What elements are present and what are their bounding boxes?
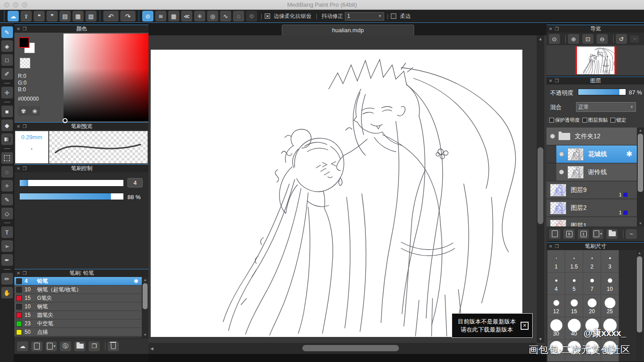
layer-folder-icon[interactable] xyxy=(606,229,618,239)
scroll-down-icon[interactable]: ▼ xyxy=(637,221,644,226)
storyboard-icon[interactable]: ▦ xyxy=(72,11,84,21)
brush-size-cell[interactable]: 20 xyxy=(583,295,601,317)
scrollbar-thumb[interactable] xyxy=(538,147,543,224)
navigator-panel-handle[interactable]: ~ xyxy=(630,35,639,43)
layer-visible-icon[interactable] xyxy=(559,170,564,175)
snap-ellipse-icon[interactable]: ◌ xyxy=(233,11,244,21)
canvas-hscrollbar[interactable]: ◀ ▶ xyxy=(148,343,536,354)
foreground-color-swatch[interactable] xyxy=(19,37,30,48)
layer-visible-icon[interactable] xyxy=(550,134,555,139)
checkbox-box[interactable] xyxy=(549,118,554,123)
antialias-checkbox[interactable]: ✕ 边缘柔化抗锯齿 xyxy=(265,13,313,20)
brush-size-cell[interactable]: 30 xyxy=(547,317,565,340)
brush-list-item[interactable]: 10钢笔 xyxy=(14,302,148,311)
zoom-in-icon[interactable]: ⊕ xyxy=(568,34,579,44)
brush-download-icon[interactable]: ☁ xyxy=(17,341,28,351)
brush-duplicate-icon[interactable]: ❐ xyxy=(89,341,100,351)
close-icon[interactable]: ✕ xyxy=(549,244,552,249)
operation-tool[interactable]: ➢ xyxy=(1,240,13,252)
layer-row[interactable]: 图层1 xyxy=(547,217,637,226)
layer-option-checkbox[interactable]: 锁定 xyxy=(610,117,626,124)
brush-list-item[interactable]: 23中空笔 xyxy=(14,319,148,328)
scroll-up-icon[interactable]: ▲ xyxy=(537,37,544,41)
layer-row[interactable]: 图层21 xyxy=(547,199,637,217)
comment-icon[interactable]: ❞ xyxy=(47,11,58,21)
brush-delete-icon[interactable] xyxy=(108,341,119,351)
brush-size-cell[interactable]: 12 xyxy=(547,295,565,317)
layer-row[interactable]: 花城线✱ xyxy=(547,145,637,163)
snap-vanishing-icon[interactable]: ≪ xyxy=(181,11,192,21)
brush-size-cell[interactable]: 10 xyxy=(601,273,619,295)
brush-size-cell[interactable]: 2 xyxy=(583,250,601,273)
undo-icon[interactable]: ↶ xyxy=(103,11,119,21)
brush-opacity-slider[interactable] xyxy=(19,193,124,200)
brush-tool[interactable]: ✎ xyxy=(1,26,13,38)
notification-close-icon[interactable]: ✕ xyxy=(521,322,529,330)
close-icon[interactable]: ✕ xyxy=(17,124,20,129)
brush-size-cell[interactable]: 40 xyxy=(565,317,583,340)
antialias-checkbox-box[interactable]: ✕ xyxy=(265,13,270,19)
scroll-up-icon[interactable]: ▲ xyxy=(636,251,643,255)
brush-new-icon[interactable] xyxy=(31,341,42,351)
brush-script-icon[interactable]: Ⓢ xyxy=(60,341,71,351)
layer-new-8bit-icon[interactable]: 8 xyxy=(564,229,575,239)
popout-icon[interactable]: ❐ xyxy=(22,166,26,171)
scroll-up-icon[interactable]: ▲ xyxy=(637,128,644,132)
scroll-down-icon[interactable]: ▼ xyxy=(142,333,148,337)
soft-edge-checkbox[interactable]: 柔边 xyxy=(391,13,412,20)
gear-icon[interactable]: ✱ xyxy=(626,149,632,159)
fill-rect-tool[interactable]: ■ xyxy=(1,106,13,117)
brush-size-cell[interactable]: 25 xyxy=(601,295,619,317)
scrollbar-thumb[interactable] xyxy=(143,283,148,309)
close-icon[interactable]: ✕ xyxy=(17,271,20,276)
cloud-sync-icon[interactable]: ☁ xyxy=(8,11,19,21)
scroll-up-icon[interactable]: ▲ xyxy=(142,278,148,282)
brush-list-item[interactable]: 15圆笔尖 xyxy=(14,311,148,319)
popout-icon[interactable]: ❐ xyxy=(22,26,26,31)
layer-row[interactable]: 文件夹12 xyxy=(547,128,637,145)
checkbox-box[interactable] xyxy=(582,118,587,123)
hand-tool[interactable]: ✋ xyxy=(1,287,13,298)
publish-icon[interactable]: ⇪ xyxy=(21,11,32,21)
fit-screen-icon[interactable]: ⊡ xyxy=(582,34,593,44)
brush-list-item[interactable]: 4铅笔✱ xyxy=(14,277,148,285)
chat-icon[interactable]: ❝ xyxy=(34,11,45,21)
layer-visible-icon[interactable] xyxy=(559,152,564,157)
bucket-tool[interactable]: ◆ xyxy=(1,119,13,131)
close-icon[interactable]: ✕ xyxy=(17,166,20,171)
gradient-tool[interactable] xyxy=(1,133,13,145)
material-edit-icon[interactable]: ▧ xyxy=(85,11,97,21)
zoom-100-icon[interactable]: ⊙ xyxy=(549,34,560,44)
brush-new-menu-icon[interactable]: ▾ xyxy=(46,341,57,351)
brush-size-slider[interactable] xyxy=(19,179,124,187)
close-icon[interactable]: ✕ xyxy=(549,78,552,83)
snap-curve-icon[interactable]: ∿ xyxy=(220,11,231,21)
scrollbar-thumb[interactable] xyxy=(638,134,643,192)
document-tab[interactable]: hualian.mdp xyxy=(282,25,414,35)
select-eraser-tool[interactable]: ◇ xyxy=(1,208,13,219)
snap-grid-icon[interactable]: ▦ xyxy=(168,11,179,21)
brush-size-cell[interactable]: 5 xyxy=(565,273,583,295)
scroll-left-icon[interactable]: ◀ xyxy=(150,346,153,351)
zoom-out-icon[interactable]: ⊖ xyxy=(597,34,608,44)
stabilizer-dropdown[interactable]: 1 ▼ xyxy=(345,12,384,21)
brush-size-cell[interactable]: 7 xyxy=(583,273,601,295)
scroll-down-icon[interactable]: ▼ xyxy=(537,337,544,341)
shape-brush-tool[interactable]: □ xyxy=(1,54,13,66)
navigator-thumbnail[interactable] xyxy=(575,47,616,74)
snap-off-icon[interactable]: ⊘ xyxy=(142,11,153,21)
brush-list-scrollbar[interactable]: ▲ ▼ xyxy=(142,277,148,338)
palette-edit-icon[interactable]: ❀ xyxy=(29,106,40,116)
select-rect-tool[interactable] xyxy=(1,152,13,164)
blend-mode-dropdown[interactable]: 正常 ▼ xyxy=(576,102,636,112)
checkbox-box[interactable] xyxy=(610,118,615,123)
close-icon[interactable]: ✕ xyxy=(549,26,552,31)
transparent-color-swatch[interactable] xyxy=(20,58,30,68)
saturation-value-picker[interactable] xyxy=(64,34,151,121)
lasso-tool[interactable]: ◌ xyxy=(1,166,13,178)
dot-pen-tool[interactable]: ✐ xyxy=(1,68,13,80)
brush-folder-icon[interactable] xyxy=(74,341,85,351)
layer-option-checkbox[interactable]: 图层剪贴 xyxy=(582,117,608,124)
layer-new-icon[interactable] xyxy=(549,229,560,239)
layer-row[interactable]: 谢怜线 xyxy=(547,163,637,181)
